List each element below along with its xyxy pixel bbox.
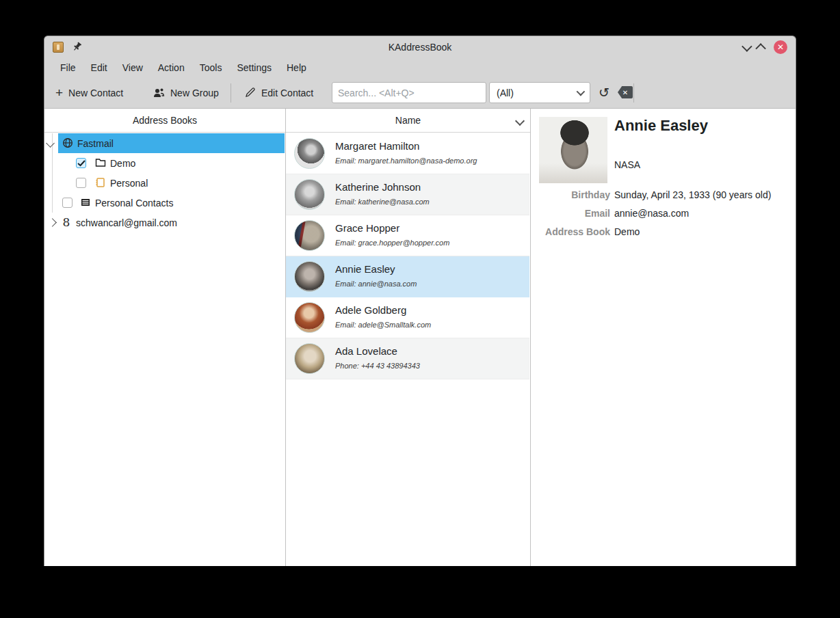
avatar — [294, 261, 325, 292]
field-value: Demo — [614, 226, 640, 237]
globe-icon — [62, 137, 73, 148]
avatar — [294, 220, 325, 251]
checkbox-unchecked[interactable] — [62, 198, 73, 208]
menu-item-file[interactable]: File — [53, 60, 83, 75]
pencil-icon — [244, 87, 256, 98]
minimize-button[interactable] — [741, 41, 752, 52]
contact-name: Margaret Hamilton — [335, 140, 419, 152]
vcard-icon — [80, 197, 91, 208]
address-books-tree: FastmailDemoPersonalPersonal Contacts8sc… — [44, 133, 285, 232]
plus-icon: + — [55, 86, 63, 99]
avatar — [294, 138, 325, 169]
contact-row-adele-goldberg[interactable]: Adele GoldbergEmail: adele@Smalltalk.com — [286, 297, 529, 338]
maximize-button[interactable] — [755, 43, 766, 54]
contact-name-heading: Annie Easley — [614, 117, 708, 135]
address-book-label: schwancarl@gmail.com — [76, 217, 177, 228]
window-title: KAddressBook — [44, 42, 796, 53]
chevron-down-icon — [577, 88, 586, 96]
new-group-button[interactable]: New Group — [153, 77, 219, 108]
menu-item-help[interactable]: Help — [279, 60, 314, 75]
contact-row-grace-hopper[interactable]: Grace HopperEmail: grace.hopper@hopper.c… — [286, 215, 529, 256]
field-value: annie@nasa.com — [614, 208, 689, 219]
contact-name: Katherine Johnson — [335, 181, 421, 193]
new-contact-button[interactable]: + New Contact — [55, 77, 123, 108]
contact-row-annie-easley[interactable]: Annie EasleyEmail: annie@nasa.com — [286, 256, 529, 297]
titlebar[interactable]: KAddressBook ✕ — [44, 36, 796, 58]
address-book-item-demo[interactable]: Demo — [44, 153, 285, 173]
contact-detail: Email: margaret.hamilton@nasa-demo.org — [335, 157, 477, 165]
address-book-item-personal-contacts[interactable]: Personal Contacts — [44, 193, 285, 213]
detail-field-address-book: Address BookDemo — [531, 222, 796, 241]
contact-detail: Phone: +44 43 43894343 — [335, 362, 420, 370]
address-book-item-schwancarl-gmail-com[interactable]: 8schwancarl@gmail.com — [44, 213, 285, 232]
contact-organization: NASA — [614, 159, 640, 170]
contact-name: Grace Hopper — [335, 222, 399, 234]
address-books-panel: Address Books FastmailDemoPersonalPerson… — [44, 109, 286, 566]
contact-list: Margaret HamiltonEmail: margaret.hamilto… — [286, 133, 529, 379]
contact-list-panel: Name Margaret HamiltonEmail: margaret.ha… — [286, 109, 531, 566]
search-input[interactable] — [332, 82, 486, 103]
field-label: Address Book — [531, 226, 610, 237]
contact-detail: Email: katherine@nasa.com — [335, 198, 430, 206]
toolbar-separator — [633, 83, 634, 103]
clear-search-button[interactable]: ✕ — [618, 86, 633, 98]
backspace-icon: ✕ — [618, 86, 633, 98]
contact-row-margaret-hamilton[interactable]: Margaret HamiltonEmail: margaret.hamilto… — [286, 133, 529, 174]
menu-item-edit[interactable]: Edit — [83, 60, 115, 75]
folder-icon — [95, 157, 106, 168]
avatar — [294, 179, 325, 210]
menu-item-action[interactable]: Action — [150, 60, 192, 75]
google-icon: 8 — [61, 217, 72, 228]
detail-field-birthday: BirthdaySunday, April 23, 1933 (90 years… — [531, 185, 796, 204]
detail-field-email: Emailannie@nasa.com — [531, 204, 796, 222]
field-label: Birthday — [531, 189, 610, 200]
address-book-item-fastmail[interactable]: Fastmail — [58, 133, 285, 153]
menu-item-tools[interactable]: Tools — [192, 60, 230, 75]
notebook-icon — [95, 177, 106, 188]
edit-contact-button[interactable]: Edit Contact — [244, 77, 313, 108]
checkbox-checked[interactable] — [76, 158, 86, 168]
menu-item-view[interactable]: View — [115, 60, 150, 75]
close-button[interactable]: ✕ — [774, 40, 787, 54]
main-content: Address Books FastmailDemoPersonalPerson… — [44, 109, 796, 566]
name-column-header[interactable]: Name — [286, 109, 530, 133]
contact-row-katherine-johnson[interactable]: Katherine JohnsonEmail: katherine@nasa.c… — [286, 174, 529, 215]
field-label: Email — [531, 208, 610, 219]
contact-detail: Email: grace.hopper@hopper.com — [335, 239, 449, 247]
contact-name: Ada Lovelace — [335, 345, 397, 357]
address-book-label: Fastmail — [77, 138, 114, 149]
filter-dropdown[interactable]: (All) — [489, 82, 590, 103]
address-book-label: Personal — [110, 178, 148, 189]
contact-row-ada-lovelace[interactable]: Ada LovelacePhone: +44 43 43894343 — [286, 338, 529, 379]
checkbox-unchecked[interactable] — [76, 178, 86, 188]
expander-open-icon[interactable] — [46, 139, 55, 148]
contact-photo — [539, 117, 607, 183]
menu-item-settings[interactable]: Settings — [229, 60, 279, 75]
contact-detail: Email: annie@nasa.com — [335, 280, 417, 288]
sort-chevron-icon[interactable] — [515, 116, 525, 126]
contact-fields: BirthdaySunday, April 23, 1933 (90 years… — [531, 185, 796, 241]
contact-name: Annie Easley — [335, 263, 395, 275]
contact-name: Adele Goldberg — [335, 304, 406, 316]
address-books-header[interactable]: Address Books — [44, 109, 285, 133]
undo-button[interactable]: ↺ — [596, 83, 612, 102]
address-book-label: Personal Contacts — [95, 198, 173, 209]
avatar — [294, 302, 325, 333]
contact-details-panel: Annie Easley NASA BirthdaySunday, April … — [531, 109, 796, 566]
address-book-label: Demo — [110, 158, 135, 169]
address-book-item-personal[interactable]: Personal — [44, 173, 285, 193]
field-value: Sunday, April 23, 1933 (90 years old) — [614, 189, 771, 200]
menubar: FileEditViewActionToolsSettingsHelp — [44, 58, 796, 77]
expander-closed-icon[interactable] — [48, 218, 57, 227]
avatar — [294, 343, 325, 374]
group-icon — [153, 88, 165, 98]
toolbar: + New Contact New Group Edit Contact — [44, 77, 796, 109]
kaddressbook-window: KAddressBook ✕ FileEditViewActionToolsSe… — [44, 36, 796, 566]
contact-detail: Email: adele@Smalltalk.com — [335, 321, 431, 329]
toolbar-separator — [231, 83, 231, 103]
